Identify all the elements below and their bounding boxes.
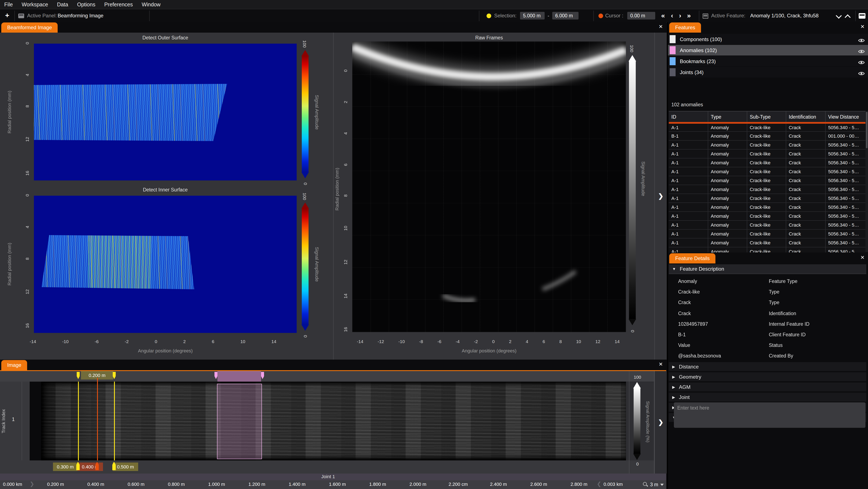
visibility-eye-icon[interactable] bbox=[858, 37, 865, 41]
colorbar-bottom-arrow[interactable] bbox=[633, 454, 641, 460]
colorbar-bottom-arrow[interactable] bbox=[301, 172, 309, 178]
section-geometry[interactable]: ▶Geometry bbox=[669, 372, 866, 381]
table-cell: Crack-like bbox=[747, 212, 786, 220]
colorbar-top-arrow[interactable] bbox=[301, 50, 309, 56]
table-row[interactable]: B-1AnomalyCrack-likeCrack001.000 - 00… bbox=[669, 132, 866, 141]
table-row[interactable]: A-1AnomalyCrack-likeCrack5056.340 - 5… bbox=[669, 212, 866, 221]
scrollbar-thumb[interactable] bbox=[866, 112, 868, 148]
selection-to-input[interactable] bbox=[552, 12, 579, 20]
colorbar-bottom-arrow[interactable] bbox=[301, 324, 309, 331]
selection-start-line[interactable] bbox=[78, 382, 79, 474]
section-distance[interactable]: ▶Distance bbox=[669, 362, 866, 371]
table-row[interactable]: A-1AnomalyCrack-likeCrack5056.340 - 5… bbox=[669, 167, 866, 176]
table-cell: Crack-like bbox=[747, 124, 786, 131]
visibility-eye-icon[interactable] bbox=[858, 48, 865, 53]
section-agm[interactable]: ▶AGM bbox=[669, 383, 866, 391]
table-row[interactable]: A-1AnomalyCrack-likeCrack5056.340 - 5… bbox=[669, 141, 866, 150]
section-feature-description[interactable]: ▼ Feature Description bbox=[669, 264, 866, 274]
table-cell: Crack bbox=[786, 194, 826, 202]
feature-selection-box[interactable] bbox=[217, 384, 262, 459]
distance-scale-bar[interactable]: 0.000 km ❯ ❮ 0.003 km 3 m 0.200 m0.400 m… bbox=[0, 480, 666, 489]
menu-item-options[interactable]: Options bbox=[77, 1, 95, 7]
tab-beamformed-image[interactable]: Beamformed Image bbox=[1, 23, 58, 33]
menu-item-window[interactable]: Window bbox=[142, 1, 161, 7]
axis-tick: 6 bbox=[542, 339, 545, 344]
table-cell: A-1 bbox=[669, 194, 708, 202]
table-row[interactable]: A-1AnomalyCrack-likeCrack5056.340 - 5… bbox=[669, 123, 866, 132]
scale-zoom-control[interactable]: 3 m bbox=[643, 480, 664, 489]
scale-tick: 0.800 m bbox=[161, 482, 191, 487]
column-header[interactable]: Identification bbox=[786, 111, 826, 122]
table-cell: Crack bbox=[786, 230, 826, 238]
marker-header-strip: 0.200 m bbox=[0, 371, 666, 382]
table-row[interactable]: A-1AnomalyCrack-likeCrack5056.340 - 5… bbox=[669, 185, 866, 194]
feature-next-chevron-down-icon[interactable] bbox=[836, 13, 842, 19]
column-header[interactable]: Type bbox=[708, 111, 747, 122]
cursor-value-input[interactable] bbox=[627, 12, 655, 20]
colorbar-bottom-arrow[interactable] bbox=[628, 319, 636, 325]
group-color-swatch bbox=[670, 57, 676, 65]
table-row[interactable]: A-1AnomalyCrack-likeCrack5056.340 - 5… bbox=[669, 194, 866, 203]
selection-end-line[interactable] bbox=[114, 382, 115, 474]
column-header[interactable]: View Distance bbox=[826, 111, 864, 122]
menu-item-preferences[interactable]: Preferences bbox=[104, 1, 133, 7]
table-cell: 5056.340 - 5… bbox=[826, 230, 864, 238]
add-panel-button[interactable]: + bbox=[3, 10, 12, 21]
visibility-eye-icon[interactable] bbox=[858, 70, 865, 74]
nav-first-button[interactable]: « bbox=[661, 11, 665, 20]
feature-group-bookmarks[interactable]: Bookmarks (23) bbox=[668, 56, 868, 66]
axis-tick: 4 bbox=[24, 73, 30, 76]
colorbar-top-arrow[interactable] bbox=[301, 202, 309, 209]
menu-item-data[interactable]: Data bbox=[57, 1, 68, 7]
cursor-line[interactable] bbox=[97, 378, 98, 474]
expand-panel-chevron-right-icon[interactable]: ❯ bbox=[658, 192, 663, 200]
feature-group-components[interactable]: Components (100) bbox=[668, 34, 868, 44]
column-header[interactable]: Sub-Type bbox=[747, 111, 786, 122]
beamformed-close-icon[interactable]: ✕ bbox=[659, 24, 663, 30]
table-cell: Anomaly bbox=[708, 176, 747, 185]
selection-start-pin[interactable] bbox=[77, 372, 80, 379]
table-cell: Anomaly bbox=[708, 221, 747, 229]
axis-tick: 14 bbox=[342, 293, 348, 298]
table-scrollbar[interactable] bbox=[865, 111, 868, 252]
feature-group-joints[interactable]: Joints (34) bbox=[668, 67, 868, 77]
selection-end-pin[interactable] bbox=[113, 372, 116, 379]
table-row[interactable]: A-1AnomalyCrack-likeCrack5056.340 - 5… bbox=[669, 158, 866, 167]
image-close-icon[interactable]: ✕ bbox=[659, 361, 663, 367]
axis-tick: 0 bbox=[342, 69, 348, 72]
nav-next-button[interactable]: › bbox=[679, 11, 681, 20]
table-row[interactable]: A-1AnomalyCrack-likeCrack5056.340 - 5… bbox=[669, 203, 866, 212]
beamformed-x-ticks: -14-10-6-20261014 bbox=[30, 339, 276, 344]
tab-features[interactable]: Features bbox=[669, 23, 701, 33]
nav-last-button[interactable]: » bbox=[687, 11, 691, 20]
table-row[interactable]: A-1AnomalyCrack-likeCrack5056.340 - 5… bbox=[669, 176, 866, 185]
colorbar-top-arrow[interactable] bbox=[628, 55, 636, 61]
feature-prev-chevron-up-icon[interactable] bbox=[845, 14, 850, 20]
beamformed-tabstrip: Beamformed Image ✕ bbox=[0, 22, 666, 33]
comment-textarea[interactable] bbox=[674, 402, 865, 428]
table-row[interactable]: A-1AnomalyCrack-likeCrack5056.340 - 5… bbox=[669, 150, 866, 158]
menu-item-workspace[interactable]: Workspace bbox=[22, 1, 48, 7]
table-row[interactable]: A-1AnomalyCrack-likeCrack5056.340 - 5… bbox=[669, 238, 866, 247]
expand-panel-chevron-right-icon[interactable]: ❯ bbox=[658, 419, 663, 426]
tab-feature-details[interactable]: Feature Details bbox=[669, 253, 716, 263]
features-close-icon[interactable]: ✕ bbox=[860, 24, 865, 30]
nav-prev-button[interactable]: ‹ bbox=[671, 11, 673, 20]
feature-group-anomalies[interactable]: Anomalies (102) bbox=[668, 45, 868, 56]
colorbar-top-arrow[interactable] bbox=[633, 382, 641, 388]
menu-item-file[interactable]: File bbox=[4, 1, 13, 7]
feature-start-pin[interactable] bbox=[214, 372, 217, 379]
visibility-eye-icon[interactable] bbox=[858, 59, 865, 64]
table-row[interactable]: A-1AnomalyCrack-likeCrack5056.340 - 5… bbox=[669, 230, 866, 238]
table-cell: Crack bbox=[786, 124, 826, 131]
colorbar-min: 0 bbox=[303, 335, 308, 337]
column-header[interactable]: ID bbox=[669, 111, 708, 122]
section-joint[interactable]: ▶Joint bbox=[669, 393, 866, 401]
layout-panel-button[interactable] bbox=[859, 13, 865, 19]
selection-from-input[interactable] bbox=[520, 12, 545, 20]
feature-end-pin[interactable] bbox=[261, 372, 264, 379]
tab-image[interactable]: Image bbox=[1, 360, 27, 370]
details-close-icon[interactable]: ✕ bbox=[860, 255, 865, 260]
table-row[interactable]: A-1AnomalyCrack-likeCrack5056.340 - 5… bbox=[669, 247, 866, 253]
table-row[interactable]: A-1AnomalyCrack-likeCrack5056.340 - 5… bbox=[669, 221, 866, 230]
